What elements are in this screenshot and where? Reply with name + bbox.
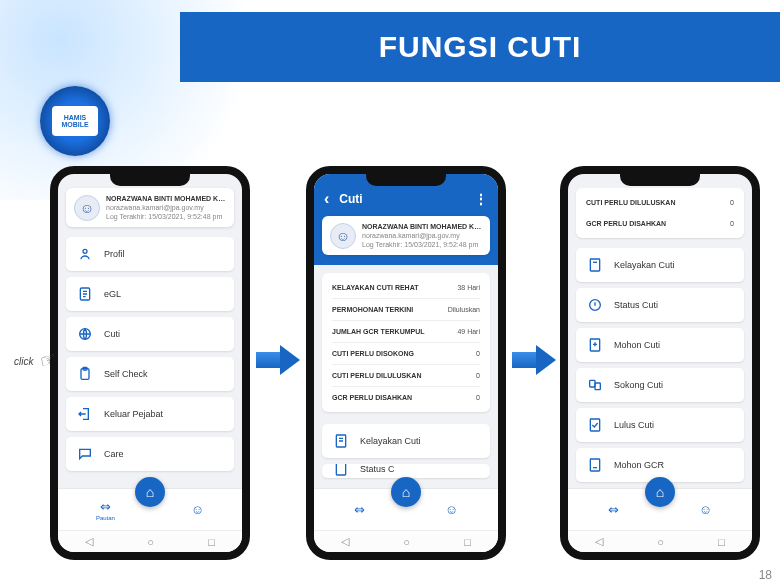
submenu-item-status[interactable]: Status Cuti bbox=[576, 288, 744, 322]
menu-label: Keluar Pejabat bbox=[104, 409, 163, 419]
submenu-partial: Kelayakan Cuti Status C bbox=[314, 420, 498, 482]
phone-notch bbox=[110, 174, 190, 186]
menu-label: Care bbox=[104, 449, 124, 459]
approve-icon bbox=[586, 416, 604, 434]
header-title: Cuti bbox=[339, 192, 362, 206]
svg-rect-6 bbox=[336, 464, 345, 475]
menu-item-cuti[interactable]: Cuti bbox=[66, 317, 234, 351]
submenu-item-kelayakan[interactable]: Kelayakan Cuti bbox=[322, 424, 490, 458]
profile-icon bbox=[76, 245, 94, 263]
menu-label: Self Check bbox=[104, 369, 148, 379]
person-icon: ☺ bbox=[191, 502, 204, 517]
user-name: NORAZWANA BINTI MOHAMED KA... bbox=[106, 194, 226, 203]
home-icon: ⌂ bbox=[402, 484, 410, 500]
nav-label: Pautan bbox=[96, 515, 115, 521]
home-fab[interactable]: ⌂ bbox=[391, 477, 421, 507]
status-value: 0 bbox=[476, 372, 480, 379]
nav-profile[interactable]: ☺ bbox=[191, 502, 204, 517]
menu-item-egl[interactable]: eGL bbox=[66, 277, 234, 311]
submenu-list: Kelayakan Cuti Status Cuti Mohon Cuti So… bbox=[568, 244, 752, 488]
android-recent-icon[interactable]: □ bbox=[464, 536, 471, 548]
submenu-item-kelayakan[interactable]: Kelayakan Cuti bbox=[576, 248, 744, 282]
phone-notch bbox=[366, 174, 446, 186]
nav-profile[interactable]: ☺ bbox=[445, 502, 458, 517]
user-email: norazwana.kamari@jpa.gov.my bbox=[362, 231, 482, 240]
submenu-label: Lulus Cuti bbox=[614, 420, 654, 430]
menu-item-selfcheck[interactable]: Self Check bbox=[66, 357, 234, 391]
android-recent-icon[interactable]: □ bbox=[208, 536, 215, 548]
app-logo-badge: HAMIS MOBILE bbox=[40, 86, 110, 156]
user-last-login: Log Terakhir: 15/03/2021, 9:52:48 pm bbox=[106, 212, 226, 221]
android-home-icon[interactable]: ○ bbox=[657, 536, 664, 548]
clipboard-icon bbox=[76, 365, 94, 383]
home-fab[interactable]: ⌂ bbox=[645, 477, 675, 507]
submenu-label: Status Cuti bbox=[614, 300, 658, 310]
menu-item-profil[interactable]: Profil bbox=[66, 237, 234, 271]
nav-pautan[interactable]: ⇔ bbox=[608, 502, 619, 517]
logo-line2: MOBILE bbox=[61, 121, 88, 128]
submenu-label: Status C bbox=[360, 464, 395, 474]
apply-icon bbox=[586, 336, 604, 354]
submenu-item-lulus[interactable]: Lulus Cuti bbox=[576, 408, 744, 442]
more-icon[interactable]: ⋮ bbox=[474, 191, 488, 207]
android-recent-icon[interactable]: □ bbox=[718, 536, 725, 548]
home-fab[interactable]: ⌂ bbox=[135, 477, 165, 507]
menu-item-keluar[interactable]: Keluar Pejabat bbox=[66, 397, 234, 431]
status-value: Diluluskan bbox=[448, 306, 480, 313]
status-row: CUTI PERLU DISOKONG0 bbox=[332, 342, 480, 364]
android-home-icon[interactable]: ○ bbox=[147, 536, 154, 548]
status-label: JUMLAH GCR TERKUMPUL bbox=[332, 328, 425, 335]
logo-line1: HAMIS bbox=[64, 114, 87, 121]
android-back-icon[interactable]: ◁ bbox=[595, 535, 603, 548]
submenu-item-sokong[interactable]: Sokong Cuti bbox=[576, 368, 744, 402]
android-home-icon[interactable]: ○ bbox=[403, 536, 410, 548]
main-menu: Profil eGL Cuti Self Check bbox=[58, 233, 242, 475]
person-icon: ☺ bbox=[445, 502, 458, 517]
status-label: KELAYAKAN CUTI REHAT bbox=[332, 284, 418, 291]
svg-rect-13 bbox=[590, 459, 599, 471]
menu-label: Cuti bbox=[104, 329, 120, 339]
nav-profile[interactable]: ☺ bbox=[699, 502, 712, 517]
submenu-label: Kelayakan Cuti bbox=[614, 260, 675, 270]
android-back-icon[interactable]: ◁ bbox=[341, 535, 349, 548]
home-icon: ⌂ bbox=[656, 484, 664, 500]
avatar: ☺ bbox=[330, 223, 356, 249]
phone-cuti: ‹ Cuti ⋮ ☺ NORAZWANA BINTI MOHAMED KA...… bbox=[306, 166, 506, 560]
status-value: 0 bbox=[476, 394, 480, 401]
user-email: norazwana.kamari@jpa.gov.my bbox=[106, 203, 226, 212]
user-card[interactable]: ☺ NORAZWANA BINTI MOHAMED KA... norazwan… bbox=[322, 216, 490, 255]
svg-rect-11 bbox=[595, 383, 600, 390]
click-label: click bbox=[14, 356, 33, 367]
android-back-icon[interactable]: ◁ bbox=[85, 535, 93, 548]
phone-home: ☺ NORAZWANA BINTI MOHAMED KA... norazwan… bbox=[50, 166, 250, 560]
nav-pautan[interactable]: ⇔ bbox=[354, 502, 365, 517]
phone-notch bbox=[620, 174, 700, 186]
link-icon: ⇔ bbox=[608, 502, 619, 517]
submenu-label: Sokong Cuti bbox=[614, 380, 663, 390]
menu-label: eGL bbox=[104, 289, 121, 299]
status-summary: KELAYAKAN CUTI REHAT38 Hari PERMOHONAN T… bbox=[322, 273, 490, 412]
user-name: NORAZWANA BINTI MOHAMED KA... bbox=[362, 222, 482, 231]
home-icon: ⌂ bbox=[146, 484, 154, 500]
status-row: KELAYAKAN CUTI REHAT38 Hari bbox=[332, 277, 480, 298]
page-number: 18 bbox=[759, 568, 772, 582]
submenu-item-mohon[interactable]: Mohon Cuti bbox=[576, 328, 744, 362]
android-nav: ◁ ○ □ bbox=[568, 530, 752, 552]
svg-point-0 bbox=[83, 250, 87, 254]
menu-item-care[interactable]: Care bbox=[66, 437, 234, 471]
svg-rect-7 bbox=[590, 259, 599, 271]
bottom-nav: ⇔ Pautan ⌂ ☺ bbox=[58, 488, 242, 530]
document-icon bbox=[332, 464, 350, 478]
back-icon[interactable]: ‹ bbox=[324, 190, 329, 208]
info-icon bbox=[586, 296, 604, 314]
link-icon: ⇔ bbox=[100, 499, 111, 514]
user-card[interactable]: ☺ NORAZWANA BINTI MOHAMED KA... norazwan… bbox=[66, 188, 234, 227]
status-row: CUTI PERLU DILULUSKAN0 bbox=[586, 192, 734, 213]
status-label: CUTI PERLU DILULUSKAN bbox=[586, 199, 675, 206]
nav-pautan[interactable]: ⇔ Pautan bbox=[96, 499, 115, 521]
status-summary-tail: CUTI PERLU DILULUSKAN0 GCR PERLU DISAHKA… bbox=[576, 188, 744, 238]
bottom-nav: ⇔ ⌂ ☺ bbox=[568, 488, 752, 530]
status-label: CUTI PERLU DILULUSKAN bbox=[332, 372, 421, 379]
title-bar: FUNGSI CUTI bbox=[180, 12, 780, 82]
phone-cuti-scrolled: CUTI PERLU DILULUSKAN0 GCR PERLU DISAHKA… bbox=[560, 166, 760, 560]
